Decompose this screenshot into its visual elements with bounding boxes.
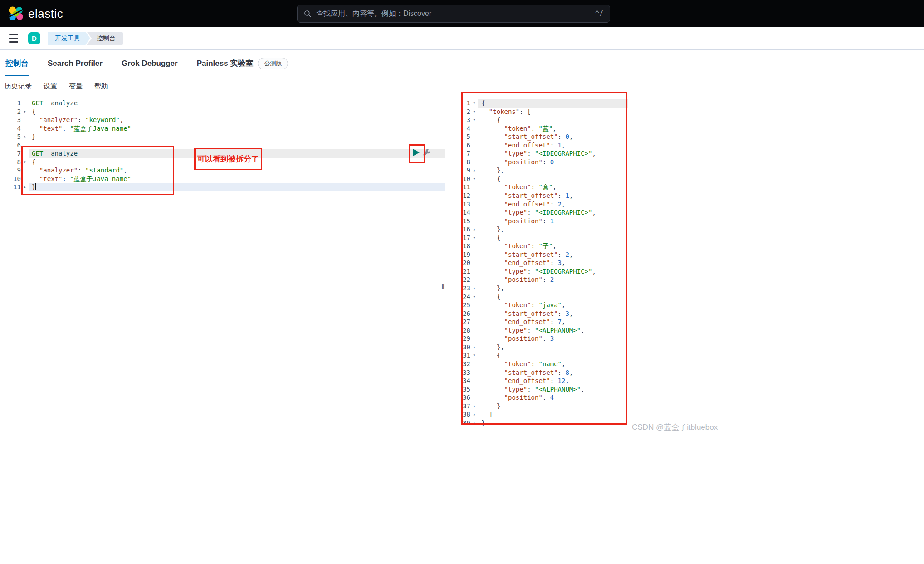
editor-line[interactable]: 1GET _analyze <box>0 99 445 108</box>
line-gutter: 2▾ <box>460 108 478 116</box>
editor-line[interactable]: 8▾{ <box>0 158 445 167</box>
code-text[interactable]: "analyzer": "keyword", <box>29 116 445 124</box>
code-text: "tokens": [ <box>478 108 924 116</box>
editor-line[interactable]: 4 "text": "蓝盒子Java name" <box>0 124 445 133</box>
line-number: 39 <box>460 419 470 427</box>
line-gutter: 5 <box>460 132 478 141</box>
menu-toggle-button[interactable] <box>7 33 21 44</box>
line-number: 29 <box>460 334 470 343</box>
code-text[interactable]: GET _analyze <box>29 99 445 108</box>
editor-line[interactable]: 9 "analyzer": "standard", <box>0 166 445 175</box>
resize-handle-icon: ‖ <box>441 282 445 291</box>
text-cursor <box>35 183 36 190</box>
code-text[interactable]: { <box>29 108 445 116</box>
fold-toggle-icon[interactable]: ▴ <box>470 225 478 234</box>
editor-line[interactable]: 7GET _analyze <box>0 149 445 158</box>
line-gutter: 1 <box>0 99 29 108</box>
tab-console[interactable]: 控制台 <box>5 50 29 76</box>
tab-grok-debugger[interactable]: Grok Debugger <box>122 50 178 76</box>
fold-toggle-icon[interactable]: ▴ <box>21 183 29 191</box>
breadcrumb-dev-tools[interactable]: 开发工具 <box>48 32 90 45</box>
editor-line[interactable]: 3 "analyzer": "keyword", <box>0 116 445 124</box>
elastic-logo[interactable]: elastic <box>0 6 63 21</box>
code-text: "end_offset": 3, <box>478 259 924 267</box>
menu-help[interactable]: 帮助 <box>94 82 108 91</box>
code-text[interactable]: GET _analyze <box>29 149 445 158</box>
brand-name: elastic <box>28 7 63 21</box>
response-line: 23▴ }, <box>460 284 924 293</box>
tab-search-profiler-label: Search Profiler <box>48 59 103 68</box>
editor-line[interactable]: 5▴} <box>0 132 445 141</box>
fold-toggle-icon[interactable]: ▾ <box>470 99 478 108</box>
menu-history[interactable]: 历史记录 <box>5 82 32 91</box>
fold-toggle-icon[interactable]: ▴ <box>470 343 478 352</box>
pane-resizer[interactable]: ‖ <box>445 97 460 564</box>
fold-toggle-icon[interactable]: ▴ <box>470 402 478 411</box>
request-editor[interactable]: 1GET _analyze2▾{3 "analyzer": "keyword",… <box>0 97 445 564</box>
editor-line[interactable]: 10 "text": "蓝盒子Java name" <box>0 175 445 183</box>
tab-grok-debugger-label: Grok Debugger <box>122 59 178 68</box>
response-line: 8 "position": 0 <box>460 158 924 167</box>
fold-spacer <box>470 318 478 326</box>
fold-toggle-icon[interactable]: ▾ <box>470 175 478 183</box>
code-text[interactable]: "text": "蓝盒子Java name" <box>29 175 445 183</box>
menu-variables[interactable]: 变量 <box>69 82 83 91</box>
code-text: "end_offset": 2, <box>478 200 924 209</box>
line-number: 23 <box>460 284 470 293</box>
menu-settings[interactable]: 设置 <box>44 82 57 91</box>
fold-spacer <box>470 301 478 309</box>
code-text: "type": "<ALPHANUM>", <box>478 326 924 335</box>
line-number: 6 <box>460 141 470 150</box>
fold-toggle-icon[interactable]: ▴ <box>470 419 478 427</box>
response-line: 17▾ { <box>460 234 924 242</box>
tab-painless-lab[interactable]: Painless 实验室 公测版 <box>197 50 288 76</box>
send-request-button[interactable] <box>411 148 420 157</box>
fold-spacer <box>470 309 478 318</box>
breadcrumb: 开发工具 控制台 <box>48 32 123 45</box>
fold-toggle-icon[interactable]: ▾ <box>21 108 29 116</box>
search-icon <box>304 10 312 18</box>
code-text[interactable]: } <box>29 132 445 141</box>
code-text[interactable]: "text": "蓝盒子Java name" <box>29 124 445 133</box>
fold-spacer <box>470 124 478 133</box>
line-gutter: 3 <box>0 116 29 124</box>
fold-toggle-icon[interactable]: ▴ <box>470 410 478 419</box>
response-viewer: 1▾{2▾ "tokens": [3▾ {4 "token": "蓝",5 "s… <box>460 97 924 564</box>
request-settings-button[interactable] <box>423 149 431 157</box>
editor-line[interactable]: 2▾{ <box>0 108 445 116</box>
code-text[interactable]: "analyzer": "standard", <box>29 166 445 175</box>
line-number: 8 <box>0 158 21 167</box>
line-gutter: 33 <box>460 368 478 377</box>
editor-line[interactable]: 11▴} <box>0 183 445 191</box>
line-gutter: 7 <box>460 149 478 158</box>
code-text[interactable]: } <box>29 183 445 191</box>
tab-console-label: 控制台 <box>5 58 29 69</box>
fold-toggle-icon[interactable]: ▴ <box>470 284 478 293</box>
line-number: 6 <box>0 141 21 150</box>
space-avatar[interactable]: D <box>28 32 40 44</box>
fold-toggle-icon[interactable]: ▾ <box>470 234 478 242</box>
fold-toggle-icon[interactable]: ▾ <box>470 293 478 301</box>
code-text: { <box>478 351 924 360</box>
line-number: 1 <box>460 99 470 108</box>
code-text: "end_offset": 1, <box>478 141 924 150</box>
code-text[interactable]: { <box>29 158 445 167</box>
fold-toggle-icon[interactable]: ▾ <box>470 351 478 360</box>
tab-search-profiler[interactable]: Search Profiler <box>48 50 103 76</box>
fold-toggle-icon[interactable]: ▾ <box>470 108 478 116</box>
fold-toggle-icon[interactable]: ▴ <box>21 132 29 141</box>
fold-spacer <box>21 166 29 175</box>
code-text[interactable] <box>29 141 445 150</box>
response-line: 4 "token": "蓝", <box>460 124 924 133</box>
fold-toggle-icon[interactable]: ▾ <box>21 158 29 167</box>
code-text: ] <box>478 410 924 419</box>
code-text: }, <box>478 225 924 234</box>
response-line: 27 "end_offset": 7, <box>460 318 924 326</box>
fold-toggle-icon[interactable]: ▾ <box>470 116 478 124</box>
global-search[interactable]: ^/ <box>297 5 610 23</box>
search-input[interactable] <box>316 10 591 18</box>
code-text: { <box>478 99 924 108</box>
code-text: "type": "<IDEOGRAPHIC>", <box>478 267 924 276</box>
editor-line[interactable]: 6 <box>0 141 445 150</box>
fold-toggle-icon[interactable]: ▴ <box>470 166 478 175</box>
